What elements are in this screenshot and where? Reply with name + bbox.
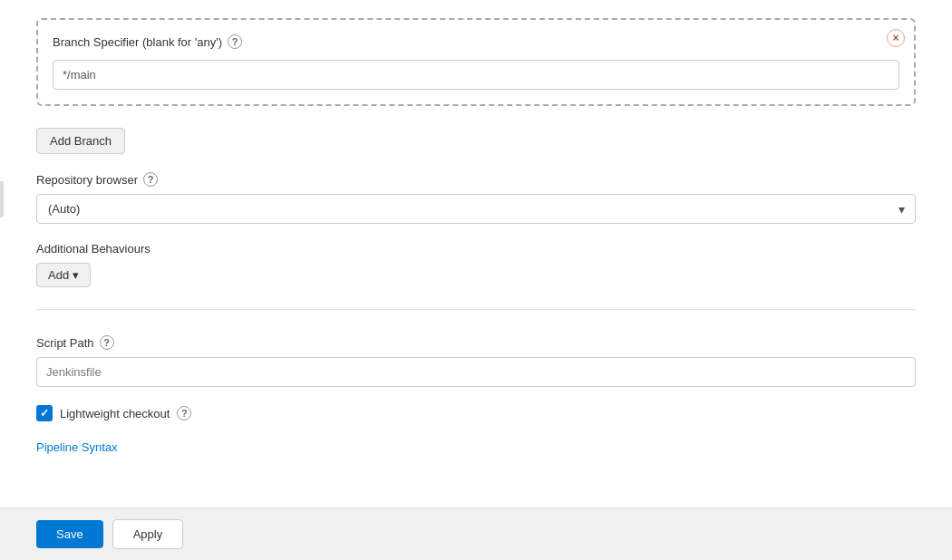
repository-browser-select-wrapper: (Auto) Auto githubweb gitoriousweb googl… <box>36 194 916 224</box>
add-behaviour-wrapper: Add ▾ <box>36 263 916 287</box>
save-button[interactable]: Save <box>36 520 103 548</box>
repository-browser-select[interactable]: (Auto) Auto githubweb gitoriousweb googl… <box>36 194 916 224</box>
repository-browser-label-row: Repository browser ? <box>36 172 916 187</box>
main-content: Branch Specifier (blank for 'any') ? × A… <box>0 0 952 507</box>
script-path-input[interactable] <box>36 357 916 387</box>
repository-browser-label: Repository browser <box>36 173 138 187</box>
branch-specifier-close-button[interactable]: × <box>887 29 905 47</box>
branch-specifier-help-icon[interactable]: ? <box>228 34 242 49</box>
add-behaviour-button[interactable]: Add ▾ <box>36 263 91 287</box>
additional-behaviours-label-row: Additional Behaviours <box>36 242 916 256</box>
apply-button[interactable]: Apply <box>112 519 184 549</box>
branch-specifier-input[interactable] <box>53 60 899 90</box>
add-behaviour-button-label: Add <box>48 268 69 282</box>
sidebar-indicator <box>0 181 4 217</box>
add-branch-section: Add Branch <box>36 124 916 154</box>
branch-specifier-header: Branch Specifier (blank for 'any') ? <box>53 34 899 49</box>
add-behaviour-chevron-icon: ▾ <box>73 268 79 282</box>
pipeline-syntax-row: Pipeline Syntax <box>36 439 916 454</box>
repository-browser-help-icon[interactable]: ? <box>143 172 158 187</box>
script-path-section: Script Path ? <box>36 332 916 387</box>
branch-specifier-container: Branch Specifier (blank for 'any') ? × <box>36 18 916 106</box>
section-divider <box>36 309 916 310</box>
lightweight-checkout-checkbox[interactable]: ✓ <box>36 405 53 421</box>
additional-behaviours-section: Additional Behaviours Add ▾ <box>36 242 916 287</box>
lightweight-checkout-label: Lightweight checkout <box>60 407 170 420</box>
pipeline-syntax-link[interactable]: Pipeline Syntax <box>36 440 118 454</box>
script-path-label: Script Path <box>36 336 94 350</box>
lightweight-checkout-help-icon[interactable]: ? <box>177 406 191 420</box>
checkmark-icon: ✓ <box>40 407 49 420</box>
branch-specifier-label: Branch Specifier (blank for 'any') <box>53 35 222 49</box>
lightweight-checkout-row: ✓ Lightweight checkout ? <box>36 405 916 421</box>
repository-browser-section: Repository browser ? (Auto) Auto githubw… <box>36 172 916 224</box>
additional-behaviours-label: Additional Behaviours <box>36 242 151 256</box>
script-path-label-row: Script Path ? <box>36 335 916 350</box>
add-branch-button[interactable]: Add Branch <box>36 128 125 154</box>
footer: Save Apply <box>0 507 952 560</box>
script-path-help-icon[interactable]: ? <box>100 335 114 350</box>
